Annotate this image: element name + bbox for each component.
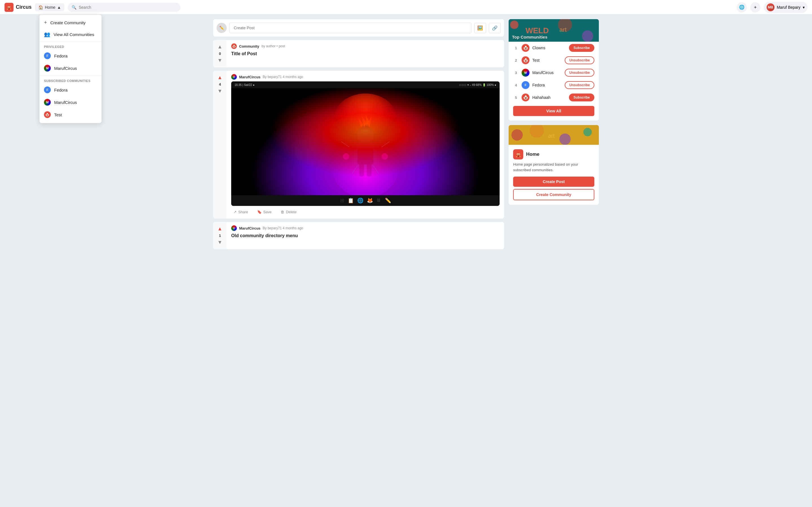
maruf-icon: M (44, 65, 51, 71)
fedora-label: Fedora (54, 54, 68, 58)
svg-point-27 (511, 129, 523, 140)
vote-column-2: ▲ 4 ▼ (213, 71, 227, 219)
create-post-button[interactable]: Create Post (513, 177, 594, 187)
post-body-1: 🤡 Community by author • post Title of Po… (227, 40, 504, 67)
compose-input[interactable] (230, 22, 471, 33)
svg-point-30 (583, 128, 592, 136)
test-sub-label: Test (54, 112, 62, 117)
post-community-icon-2: M (231, 74, 237, 80)
upvote-button-1[interactable]: ▲ (217, 43, 223, 50)
post-meta-2: M MarufCircus By bepary71 4 months ago (231, 74, 500, 80)
image-upload-button[interactable]: 🖼️ (474, 23, 486, 33)
subscribed-fedora-item[interactable]: F Fedora (40, 83, 101, 96)
unsubscribe-fedora-button[interactable]: Unsubscribe (565, 81, 594, 89)
phone-time: 16:35 | Sat/22 ● (235, 83, 255, 87)
view-all-communities-label: View All Communities (54, 32, 94, 37)
community-name-5: Hahahaah (532, 95, 566, 100)
svg-marker-10 (361, 115, 367, 127)
privileged-section-label: PRIVILEGED (40, 43, 101, 50)
maruf-sub-icon: M (44, 99, 51, 106)
svg-point-21 (510, 20, 518, 29)
upvote-button-2[interactable]: ▲ (217, 74, 223, 81)
community-name-2: Test (532, 58, 562, 62)
globe-icon-button[interactable]: 🌐 (737, 2, 747, 12)
delete-icon-2: 🗑 (281, 210, 284, 214)
test-sub-icon: 🤡 (44, 111, 51, 118)
goku-image (231, 88, 500, 195)
svg-point-3 (344, 134, 387, 177)
subscribe-hahahaah-button[interactable]: Subscribe (569, 94, 594, 101)
view-all-communities-item[interactable]: 👥 View All Communities (40, 29, 101, 40)
dock-icon-5: 🖩 (376, 198, 382, 204)
dock-icon-6: ✏️ (385, 198, 391, 204)
share-button-2[interactable]: ↗ Share (231, 209, 250, 215)
post-community-icon-3: M (231, 225, 237, 231)
dock-icon-2: 📋 (348, 198, 354, 204)
subscribed-test-item[interactable]: 🤡 Test (40, 108, 101, 121)
upvote-button-3[interactable]: ▲ (217, 225, 223, 232)
privileged-fedora-item[interactable]: F Fedora (40, 50, 101, 62)
downvote-button-1[interactable]: ▼ (217, 57, 223, 64)
maruf-label: MarufCircus (54, 66, 77, 71)
compose-avatar: ✏️ (216, 23, 227, 33)
svg-rect-0 (325, 88, 406, 195)
rank-5: 5 (513, 96, 519, 100)
add-button[interactable]: + (750, 2, 760, 12)
svg-point-14 (343, 153, 349, 160)
save-label-2: Save (263, 210, 272, 214)
app-logo[interactable]: 🎪 Circus (4, 3, 32, 12)
unsubscribe-test-button[interactable]: Unsubscribe (565, 56, 594, 64)
hahahaah-icon: 🤡 (522, 94, 529, 101)
create-community-button[interactable]: Create Community (513, 189, 594, 200)
community-name-1: Clowns (532, 46, 566, 50)
subscribed-section-label: SUBSCRIBED COMMUNITIES (40, 77, 101, 83)
nav-right: 🌐 + MB Maruf Bepary ▾ (737, 2, 808, 13)
svg-text:art: art (548, 133, 555, 139)
save-button-2[interactable]: 🔖 Save (255, 209, 274, 215)
dock-icon-4: 🦊 (367, 198, 373, 204)
left-content: ✏️ 🖼️ 🔗 ▲ 0 ▼ 🤡 Community by author • po… (213, 19, 504, 252)
subscribed-maruf-item[interactable]: M MarufCircus (40, 96, 101, 108)
link-button[interactable]: 🔗 (489, 23, 501, 33)
downvote-button-3[interactable]: ▼ (217, 239, 223, 246)
test-icon: 🤡 (522, 56, 529, 64)
svg-line-17 (382, 142, 390, 147)
svg-rect-9 (367, 163, 371, 177)
delete-button-2[interactable]: 🗑 Delete (278, 209, 299, 215)
community-row-5: 5 🤡 Hahahaah Subscribe (509, 91, 599, 104)
chevron-up-icon: ▲ (57, 5, 61, 10)
create-community-item[interactable]: + Create Community (40, 17, 101, 29)
svg-line-18 (352, 166, 357, 174)
privileged-maruf-item[interactable]: M MarufCircus (40, 62, 101, 74)
fedora-sub-icon: F (44, 87, 51, 93)
view-all-button[interactable]: View All (513, 106, 594, 116)
edit-icon: ✏️ (219, 25, 224, 30)
svg-line-19 (373, 166, 379, 174)
avatar-initials: MB (768, 5, 773, 9)
unsubscribe-maruf-button[interactable]: Unsubscribe (565, 69, 594, 76)
community-dropdown-menu: + Create Community 👥 View All Communitie… (40, 15, 101, 123)
vote-column-1: ▲ 0 ▼ (213, 40, 227, 67)
home-card-description: Home page personalized based on your sub… (513, 162, 594, 173)
maruf-community-icon: M (522, 69, 529, 76)
dock-icon-1: ⊞ (340, 198, 344, 204)
downvote-button-2[interactable]: ▼ (217, 88, 223, 95)
clowns-icon: 🤡 (522, 44, 529, 52)
app-name: Circus (16, 4, 32, 10)
home-button[interactable]: 🏠 Home ▲ (35, 3, 64, 11)
post-author-3: By bepary71 4 months ago (263, 226, 303, 230)
main-layout: ✏️ 🖼️ 🔗 ▲ 0 ▼ 🤡 Community by author • po… (209, 15, 603, 257)
dock-icon-3: 🌐 (357, 198, 363, 204)
share-icon-2: ↗ (234, 210, 237, 214)
home-card-body: 🎪 Home Home page personalized based on y… (509, 145, 599, 205)
search-input[interactable] (79, 5, 176, 10)
svg-line-16 (342, 142, 350, 147)
home-info-card: art 🎪 Home Home page personalized based … (509, 125, 599, 205)
post-body-3: M MarufCircus By bepary71 4 months ago O… (227, 222, 504, 249)
rank-4: 4 (513, 83, 519, 87)
user-menu-button[interactable]: MB Maruf Bepary ▾ (764, 2, 808, 13)
home-banner-art: art (509, 125, 599, 145)
divider-1 (40, 41, 101, 42)
subscribe-clowns-button[interactable]: Subscribe (569, 44, 594, 52)
vote-count-1: 0 (219, 52, 221, 56)
